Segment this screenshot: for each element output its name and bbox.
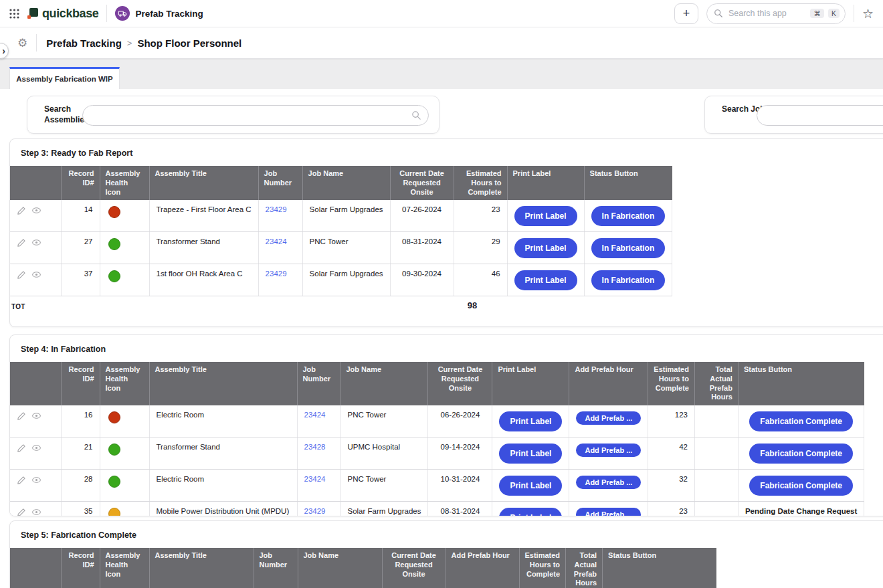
cell-actions — [10, 232, 61, 264]
view-eye-icon[interactable] — [31, 270, 41, 280]
table-row: 35Mobile Power Distribution Unit (MPDU)2… — [10, 502, 864, 517]
tab-strip: Assembly Fabrication WIP — [0, 59, 883, 89]
cell-job_number: 23429 — [258, 264, 302, 296]
print_label-button[interactable]: Print Label — [514, 206, 577, 226]
print_label-button[interactable]: Print Label — [499, 444, 562, 464]
search-assemblies-field[interactable] — [82, 105, 429, 126]
status-button[interactable]: In Fabrication — [591, 270, 666, 290]
edit-pencil-icon[interactable] — [17, 206, 26, 215]
edit-pencil-icon[interactable] — [17, 270, 26, 280]
cell-job_number: 23424 — [297, 470, 340, 502]
step4-header-row: Record ID#Assembly Health IconAssembly T… — [10, 362, 864, 405]
view-eye-icon[interactable] — [31, 507, 41, 516]
app-search-input[interactable] — [727, 8, 806, 19]
column-header-job_name: Job Name — [302, 166, 390, 200]
job-number-link[interactable]: 23424 — [266, 237, 287, 246]
edit-pencil-icon[interactable] — [17, 411, 26, 421]
quickbase-logo[interactable]: quickbase — [27, 7, 98, 21]
estimated-hours-total: 98 — [446, 300, 499, 310]
cell-status: Fabrication Complete — [738, 470, 864, 502]
app-home-link[interactable]: Prefab Tracking — [115, 6, 203, 21]
column-header-record_id: Record ID# — [61, 166, 100, 200]
job-number-link[interactable]: 23429 — [304, 507, 326, 515]
edit-pencil-icon[interactable] — [17, 444, 26, 453]
cell-date_requested: 08-31-2024 — [428, 502, 492, 517]
column-header-date_requested: Current Date Requested Onsite — [382, 548, 446, 588]
search-jobs-field[interactable] — [757, 105, 883, 126]
table-row: 21Transformer Stand23428UPMC Hospital09-… — [10, 437, 864, 470]
breadcrumb-bar: ⚙ Prefab Tracking > Shop Floor Personnel — [0, 27, 883, 59]
add_prefab-button[interactable]: Add Prefab ... — [576, 508, 641, 516]
cell-job_name: Solar Farm Upgrades — [340, 502, 428, 517]
step5-fabrication-complete-card: Step 5: Fabrication Complete Record ID#A… — [9, 520, 883, 588]
job-number-link[interactable]: 23429 — [266, 270, 287, 278]
cell-assembly_title: Transformer Stand — [149, 232, 258, 264]
breadcrumb-app[interactable]: Prefab Tracking — [46, 37, 122, 49]
view-eye-icon[interactable] — [31, 475, 41, 485]
cell-print_label: Print Label — [507, 200, 584, 232]
quickbase-brand-text: quickbase — [42, 7, 98, 21]
print_label-button[interactable]: Print Label — [499, 508, 562, 516]
table-row: 16Electric Room23424PNC Tower06-26-2024P… — [10, 405, 864, 437]
add_prefab-button[interactable]: Add Prefab ... — [576, 411, 641, 425]
job-number-link[interactable]: 23428 — [304, 443, 326, 451]
job-number-link[interactable]: 23429 — [266, 205, 287, 213]
column-header-total_hours: Total Actual Prefab Hours — [566, 548, 603, 588]
tab-assembly-fabrication-wip[interactable]: Assembly Fabrication WIP — [9, 67, 120, 89]
step5-table: Record ID#Assembly Health IconAssembly T… — [10, 548, 716, 588]
table-row: 27Transformer Stand23424PNC Tower08-31-2… — [10, 232, 672, 264]
search-assemblies-input[interactable] — [90, 110, 411, 121]
cell-job_name: PNC Tower — [340, 405, 428, 437]
column-header-print_label: Print Label — [507, 166, 584, 200]
status-button[interactable]: Fabrication Complete — [749, 444, 853, 464]
status-button[interactable]: In Fabrication — [591, 238, 666, 258]
app-search-box[interactable]: ⌘ K — [706, 3, 846, 24]
new-item-button[interactable]: + — [674, 3, 698, 24]
cell-date_requested: 10-31-2024 — [428, 470, 492, 502]
cell-assembly_title: Transformer Stand — [149, 437, 297, 470]
add_prefab-button[interactable]: Add Prefab ... — [576, 444, 641, 457]
shortcut-cmd-key: ⌘ — [810, 9, 824, 19]
cell-status: In Fabrication — [584, 200, 672, 232]
assembly-health-icon — [108, 206, 120, 218]
column-header-assembly_title: Assembly Title — [149, 166, 258, 200]
print_label-button[interactable]: Print Label — [499, 476, 562, 496]
view-eye-icon[interactable] — [31, 443, 41, 453]
edit-pencil-icon[interactable] — [17, 476, 26, 485]
favorite-star-icon[interactable]: ☆ — [862, 7, 874, 20]
print_label-button[interactable]: Print Label — [499, 411, 562, 431]
print_label-button[interactable]: Print Label — [514, 270, 577, 290]
cell-job_name: Solar Farm Upgrades — [302, 200, 390, 232]
view-eye-icon[interactable] — [31, 205, 41, 215]
column-header-est_hours: Estimated Hours to Complete — [648, 362, 695, 405]
topbar: quickbase Prefab Tracking + — [0, 0, 883, 27]
cell-assembly_title: Trapeze - First Floor Area C — [149, 200, 258, 232]
cell-job_number: 23424 — [258, 232, 302, 264]
job-number-link[interactable]: 23424 — [304, 475, 326, 483]
cell-print_label: Print Label — [492, 405, 569, 437]
cell-est_hours: 123 — [648, 405, 695, 437]
search-jobs-input[interactable] — [764, 110, 883, 121]
status-button[interactable]: Fabrication Complete — [749, 476, 853, 496]
step3-title: Step 3: Ready to Fab Report — [21, 149, 883, 158]
view-eye-icon[interactable] — [31, 237, 41, 248]
job-number-link[interactable]: 23424 — [304, 411, 326, 419]
print_label-button[interactable]: Print Label — [514, 238, 577, 258]
add_prefab-button[interactable]: Add Prefab ... — [576, 476, 641, 489]
step4-in-fabrication-card: Step 4: In Fabrication Record ID#Assembl… — [9, 334, 883, 516]
edit-pencil-icon[interactable] — [17, 508, 26, 516]
status-button[interactable]: Fabrication Complete — [749, 411, 853, 431]
cell-actions — [10, 264, 61, 296]
app-switcher-grid-icon[interactable] — [9, 9, 19, 19]
cell-job_name: PNC Tower — [302, 232, 390, 264]
truck-icon — [115, 6, 130, 21]
column-header-est_hours: Estimated Hours to Complete — [519, 548, 566, 588]
edit-pencil-icon[interactable] — [17, 238, 26, 248]
view-eye-icon[interactable] — [31, 411, 41, 421]
settings-gear-icon[interactable]: ⚙ — [17, 37, 27, 49]
status-button[interactable]: In Fabrication — [591, 206, 666, 226]
cell-job_number: 23429 — [258, 200, 302, 232]
cell-add_prefab: Add Prefab ... — [569, 437, 648, 470]
assembly-health-icon — [108, 238, 120, 250]
cell-est_hours: 23 — [454, 200, 507, 232]
